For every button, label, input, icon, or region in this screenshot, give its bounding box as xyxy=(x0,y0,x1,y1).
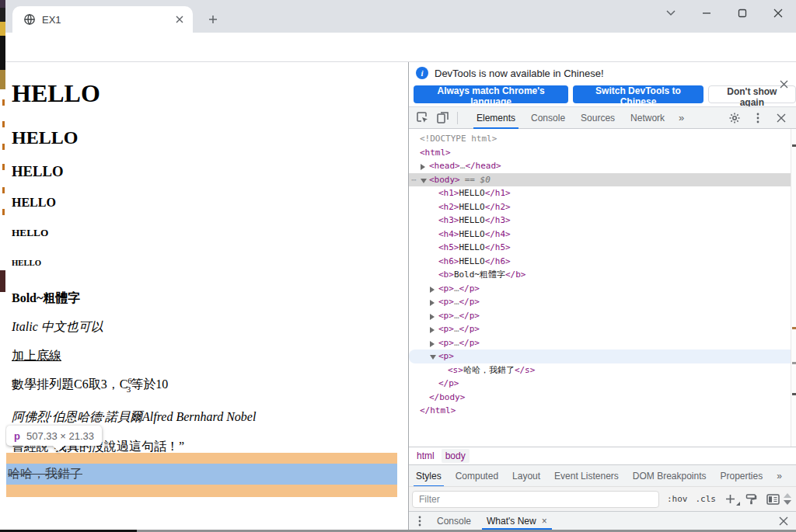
page-strikethrough-text: 哈哈，我錯了 xyxy=(6,466,82,482)
page-heading-h1: HELLO xyxy=(12,79,100,108)
devtools-tab-elements[interactable]: Elements xyxy=(469,107,523,129)
sidebar-tab-layout[interactable]: Layout xyxy=(505,465,547,487)
devtools-panel: i DevTools is now available in Chinese! … xyxy=(408,62,796,530)
styles-sidebar-tabs: StylesComputedLayoutEvent ListenersDOM B… xyxy=(409,464,796,486)
tree-row[interactable]: <h6>HELLO</h6> xyxy=(409,255,796,269)
tree-token-tag: </p> xyxy=(459,324,480,334)
collapse-arrow-icon[interactable] xyxy=(421,179,427,183)
tree-token-tag: </head> xyxy=(465,161,501,171)
breadcrumb-html[interactable]: html xyxy=(413,449,438,463)
expand-arrow-icon[interactable] xyxy=(430,314,435,320)
tree-row[interactable]: ⋯<body>== $0 xyxy=(409,173,796,187)
new-style-rule-button[interactable] xyxy=(725,494,735,504)
toggle-class-button[interactable]: .cls xyxy=(696,494,717,504)
tree-row[interactable]: <head>…</head> xyxy=(409,159,796,173)
more-tabs-chevron[interactable]: » xyxy=(672,112,690,123)
tree-scrollbar[interactable] xyxy=(791,129,796,447)
page-underline-text: 加上底線 xyxy=(12,348,61,364)
tree-token-tag: </h3> xyxy=(485,215,511,225)
devtools-tab-bar: ElementsConsoleSourcesNetwork xyxy=(469,107,672,129)
styles-filter-row: :hov .cls xyxy=(409,486,796,511)
tree-row[interactable]: </p> xyxy=(409,377,796,391)
sidebar-scroll-arrows[interactable] xyxy=(784,493,793,505)
sidebar-tab-event-listeners[interactable]: Event Listeners xyxy=(547,465,626,487)
new-tab-button[interactable] xyxy=(204,10,222,29)
tree-row[interactable]: <p>…</p> xyxy=(409,295,796,309)
tree-row[interactable]: <p> xyxy=(409,349,796,363)
sidebar-tab-styles[interactable]: Styles xyxy=(409,465,449,487)
device-toolbar-icon[interactable] xyxy=(432,108,452,128)
devtools-close-icon[interactable] xyxy=(771,108,791,128)
tree-row[interactable]: <p>…</p> xyxy=(409,309,796,323)
drawer-tab-what's-new[interactable]: What's New× xyxy=(479,512,555,530)
tree-token-tag: <h1> xyxy=(438,188,459,198)
expand-arrow-icon[interactable] xyxy=(430,327,435,333)
tab-search-icon[interactable] xyxy=(653,0,689,26)
tree-token-tag: <p> xyxy=(438,324,454,334)
expand-arrow-icon[interactable] xyxy=(430,287,435,293)
browser-titlebar: EX1 xyxy=(0,0,796,33)
page-italic-text: Italic 中文也可以 xyxy=(12,319,103,336)
tree-row[interactable]: </body> xyxy=(409,391,796,405)
tree-row[interactable]: <p>…</p> xyxy=(409,282,796,296)
devtools-toolbar: ElementsConsoleSourcesNetwork » xyxy=(409,106,796,129)
drawer-tab-close-icon[interactable]: × xyxy=(542,516,547,527)
inspect-element-icon[interactable] xyxy=(412,108,432,128)
tree-row[interactable]: <p>…</p> xyxy=(409,322,796,336)
tab-close-icon[interactable] xyxy=(173,12,187,26)
tree-row[interactable]: <html> xyxy=(409,146,796,160)
match-language-button[interactable]: Always match Chrome's language xyxy=(414,85,568,103)
tree-token-dim: … xyxy=(454,324,459,334)
devtools-tab-network[interactable]: Network xyxy=(623,107,672,129)
tree-row[interactable]: <s>哈哈，我錯了</s> xyxy=(409,363,796,377)
devtools-menu-kebab-icon[interactable] xyxy=(748,108,768,128)
tree-token-txt: HELLO xyxy=(459,215,485,225)
maximize-button[interactable] xyxy=(724,0,760,26)
browser-toolbar: 檔案 | D:/Desktop/EX1.html ☆ xyxy=(0,33,796,62)
devtools-settings-gear-icon[interactable] xyxy=(724,108,745,128)
devtools-tab-console[interactable]: Console xyxy=(523,107,573,129)
tree-row[interactable]: <h4>HELLO</h4> xyxy=(409,228,796,242)
paint-format-icon[interactable] xyxy=(745,493,757,506)
expand-arrow-icon[interactable] xyxy=(421,164,425,170)
page-math-text: 數學排列題C6取3，C63等於10 xyxy=(12,376,168,394)
tree-token-tag: </b> xyxy=(505,269,526,280)
toggle-hover-state-button[interactable]: :hov xyxy=(667,494,688,504)
toggle-sidebar-icon[interactable] xyxy=(766,494,780,505)
browser-tab[interactable]: EX1 xyxy=(12,6,193,33)
breadcrumb-body[interactable]: body xyxy=(442,449,470,463)
sidebar-tab-properties[interactable]: Properties xyxy=(714,465,770,487)
devtools-tab-sources[interactable]: Sources xyxy=(573,107,623,129)
expand-arrow-icon[interactable] xyxy=(430,300,435,306)
tree-token-tag: </h4> xyxy=(485,229,511,239)
sidebar-more-tabs-chevron[interactable]: » xyxy=(770,465,789,487)
drawer-close-icon[interactable] xyxy=(779,516,796,526)
sidebar-tab-computed[interactable]: Computed xyxy=(449,465,505,487)
tree-row[interactable]: <h3>HELLO</h3> xyxy=(409,214,796,228)
drawer-tab-console[interactable]: Console xyxy=(429,512,479,530)
tree-row[interactable]: <h2>HELLO</h2> xyxy=(409,200,796,214)
drawer-menu-kebab-icon[interactable] xyxy=(409,516,429,527)
tree-row[interactable]: <b>Bold~粗體字</b> xyxy=(409,268,796,282)
notification-close-icon[interactable] xyxy=(777,78,790,90)
tree-token-tag: </h6> xyxy=(485,256,511,266)
tree-row[interactable]: <p>…</p> xyxy=(409,336,796,350)
tree-token-tag: <p> xyxy=(438,283,454,294)
expand-arrow-icon[interactable] xyxy=(430,341,435,347)
close-window-button[interactable] xyxy=(760,0,796,26)
tree-row[interactable]: </html> xyxy=(409,404,796,418)
tree-row[interactable]: <!DOCTYPE html> xyxy=(409,132,796,146)
styles-filter-input[interactable] xyxy=(412,491,659,508)
sidebar-tab-dom-breakpoints[interactable]: DOM Breakpoints xyxy=(626,465,714,487)
tree-token-dim: … xyxy=(454,311,459,321)
tooltip-tag-name: p xyxy=(14,430,20,442)
minimize-button[interactable] xyxy=(689,0,724,26)
tree-token-tag: </html> xyxy=(420,405,456,416)
tree-token-tag: <h4> xyxy=(438,229,459,239)
tree-token-flag: == $0 xyxy=(465,175,491,185)
node-overflow-dots-icon[interactable]: ⋯ xyxy=(411,173,416,187)
tree-row[interactable]: <h1>HELLO</h1> xyxy=(409,186,796,200)
tree-row[interactable]: <h5>HELLO</h5> xyxy=(409,241,796,255)
collapse-arrow-icon[interactable] xyxy=(430,355,436,360)
switch-chinese-button[interactable]: Switch DevTools to Chinese xyxy=(573,85,703,103)
